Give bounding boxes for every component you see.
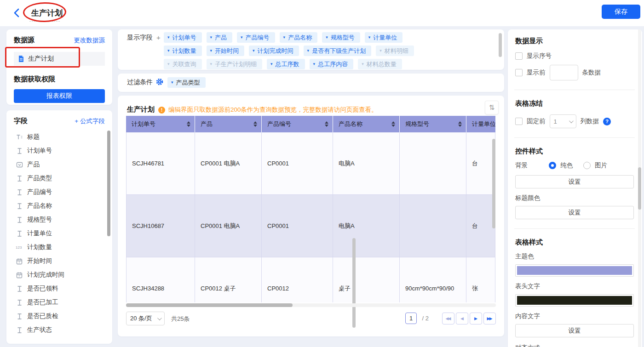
sort-arrows-icon[interactable] [458, 121, 462, 127]
field-tag-label: 是否有下级生产计划 [312, 47, 366, 55]
field-tag[interactable]: ▾子生产计划明细 [207, 59, 263, 69]
field-item[interactable]: 标题 [14, 130, 105, 144]
sort-arrows-icon[interactable] [253, 121, 257, 127]
freeze-checkbox[interactable] [515, 118, 523, 125]
text-field-icon [16, 230, 23, 237]
page-number-input[interactable] [405, 313, 417, 324]
table-horizontal-scrollbar-thumb[interactable] [126, 303, 293, 307]
table-column-header[interactable]: 产品编号 [262, 116, 333, 132]
sort-button[interactable]: ⇅ [485, 101, 499, 114]
field-item[interactable]: 7开始时间 [14, 254, 105, 268]
content-text-set-button[interactable]: 设置 [515, 324, 634, 337]
field-item[interactable]: 产品 [14, 158, 105, 171]
field-tag[interactable]: ▾产品 [207, 32, 233, 43]
warning-icon: ! [158, 107, 165, 114]
last-page-button[interactable]: ▶▶ [483, 313, 496, 324]
field-tag[interactable]: ▾计划数量 [164, 46, 202, 56]
show-index-checkbox[interactable] [515, 52, 523, 60]
field-item[interactable]: 产品名称 [14, 199, 105, 213]
back-icon[interactable] [12, 7, 22, 18]
field-tag-label: 规格型号 [331, 34, 355, 42]
preview-panel: 生产计划 ! 编辑界面只取数据源前200条作为查询数据预览，完整数据请访问页面查… [118, 96, 504, 336]
field-item[interactable]: 生产状态 [14, 323, 105, 337]
save-button[interactable]: 保存 [602, 5, 640, 19]
field-item[interactable]: 产品编号 [14, 185, 105, 199]
field-item[interactable]: 是否已质检 [14, 309, 105, 323]
table-row[interactable]: SCJH46781CP0001 电脑ACP0001电脑A台 [126, 132, 496, 195]
field-item-label: 计划数量 [27, 243, 52, 251]
settings-scrollbar[interactable] [638, 167, 641, 210]
chevron-down-icon: ▾ [313, 62, 316, 66]
table-cell [400, 195, 466, 257]
field-item[interactable]: 是否已领料 [14, 282, 105, 296]
fields-scrollbar[interactable] [107, 131, 110, 236]
table-column-header[interactable]: 产品 [195, 116, 262, 132]
filter-settings-gear-icon[interactable] [155, 78, 164, 86]
table-row[interactable]: SCJH10687CP0001 电脑ACP0001电脑A台 [126, 195, 496, 257]
field-tag[interactable]: ▾材料总数量 [358, 59, 402, 69]
field-tag[interactable]: ▾关联查询 [164, 59, 202, 69]
table-column-header[interactable]: 规格型号 [400, 116, 466, 132]
page-size-select[interactable]: 20 条/页 [126, 312, 165, 325]
chevron-down-icon [569, 119, 573, 123]
table-row[interactable]: SCJH34288CP0012 桌子CP0012桌子90cm*90cm*90/9… [126, 257, 496, 302]
field-item[interactable]: 计划单号 [14, 144, 105, 158]
show-first-checkbox[interactable] [515, 69, 523, 76]
field-item[interactable]: 是否已加工 [14, 296, 105, 309]
table-vertical-scrollbar-thumb[interactable] [492, 139, 495, 228]
field-item[interactable]: 123计划数量 [14, 240, 105, 254]
table-cell: CP0012 [262, 257, 333, 302]
text-field-icon [16, 285, 23, 292]
background-set-button[interactable]: 设置 [515, 175, 634, 188]
table-column-header[interactable]: 计量单位 [466, 116, 495, 132]
solid-color-label: 纯色 [560, 161, 573, 170]
table-horizontal-scrollbar [126, 303, 496, 307]
solid-color-radio[interactable] [549, 162, 556, 169]
field-tag[interactable]: ▾是否有下级生产计划 [304, 46, 372, 56]
next-page-button[interactable]: ▶ [470, 313, 482, 324]
add-formula-field-link[interactable]: + 公式字段 [75, 117, 105, 125]
field-item[interactable]: 7计划完成时间 [14, 268, 105, 282]
field-tag[interactable]: ▾总工序内容 [310, 59, 354, 69]
field-tag[interactable]: ▾开始时间 [207, 46, 245, 56]
first-page-button[interactable]: ◀◀ [442, 313, 454, 324]
freeze-suffix: 列数据 [581, 117, 599, 125]
field-tag[interactable]: ▾规格型号 [322, 32, 360, 43]
display-fields-scrollbar[interactable] [499, 33, 502, 57]
show-first-prefix: 显示前 [527, 68, 546, 77]
title-color-set-button[interactable]: 设置 [515, 206, 634, 219]
field-tag[interactable]: ▾计量单位 [365, 32, 403, 43]
freeze-count-select[interactable]: 1 [550, 114, 576, 128]
field-tag[interactable]: ▾材料明细 [376, 46, 414, 56]
add-display-field-button[interactable]: + [156, 34, 161, 41]
report-permission-button[interactable]: 报表权限 [14, 89, 105, 103]
field-tag[interactable]: ▾总工序数 [267, 59, 305, 69]
table-column-header[interactable]: 计划单号 [126, 116, 195, 132]
sort-arrows-icon[interactable] [325, 121, 328, 127]
field-item[interactable]: 产品类型 [14, 171, 105, 185]
field-tag[interactable]: ▾计划单号 [164, 32, 202, 43]
image-radio[interactable] [583, 162, 591, 169]
field-tag[interactable]: ▾计划完成时间 [249, 46, 299, 56]
chevron-down-icon [157, 316, 162, 320]
show-first-count-input[interactable] [550, 65, 578, 80]
date-field-icon: 7 [16, 271, 23, 279]
field-tag[interactable]: ▾产品编号 [237, 32, 275, 43]
field-item[interactable]: 规格型号 [14, 213, 105, 227]
datasource-item[interactable]: 生产计划 [14, 52, 105, 66]
field-tag[interactable]: ▾产品名称 [280, 32, 318, 43]
help-icon[interactable]: ? [603, 118, 611, 125]
theme-color-swatch[interactable] [515, 264, 634, 277]
field-tag[interactable]: ▾产品类型 [167, 77, 206, 88]
prev-page-button[interactable]: ◀ [456, 313, 468, 324]
chevron-down-icon: ▾ [210, 35, 213, 40]
field-item[interactable]: 计量单位 [14, 227, 105, 240]
change-datasource-link[interactable]: 更改数据源 [74, 36, 105, 45]
data-display-title: 数据显示 [515, 37, 634, 46]
header-text-color-swatch[interactable] [515, 294, 634, 307]
sort-arrows-icon[interactable] [187, 121, 190, 127]
field-tag-label: 开始时间 [215, 47, 239, 55]
sort-arrows-icon[interactable] [391, 121, 395, 127]
table-column-header[interactable]: 产品名称 [333, 116, 400, 132]
fields-title: 字段 [14, 117, 28, 125]
